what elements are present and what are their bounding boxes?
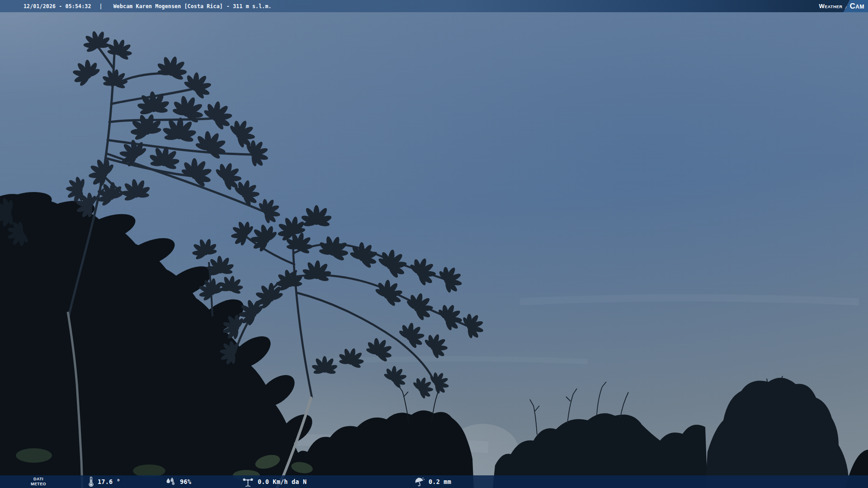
separator: |: [99, 3, 103, 9]
dati-line1: DATI: [24, 477, 53, 482]
weather-data-bar: DATI METEO 17.6 ° 96%: [0, 475, 868, 488]
top-info-bar: 12/01/2026 - 05:54:32 | Webcam Karen Mog…: [0, 0, 868, 12]
rain-value: 0.2 mm: [429, 478, 451, 485]
temperature-value: 17.6 °: [98, 478, 120, 485]
dati-line2: METEO: [24, 482, 53, 487]
webcam-title: Webcam Karen Mogensen [Costa Rica]: [113, 3, 223, 9]
wind-metric: 0.0 Km/h da N: [242, 475, 307, 488]
altitude: - 311 m s.l.m.: [226, 3, 272, 9]
thermometer-icon: [89, 477, 94, 487]
right-treeline: [493, 382, 708, 488]
humidity-metric: 96%: [165, 475, 191, 488]
wind-value: 0.0 Km/h da N: [258, 478, 307, 485]
humidity-icon: [165, 477, 176, 487]
timestamp: 12/01/2026 - 05:54:32: [24, 3, 91, 9]
rain-icon: [414, 477, 425, 487]
anemometer-icon: [242, 477, 254, 487]
temperature-metric: 17.6 °: [89, 475, 120, 488]
rain-metric: 0.2 mm: [414, 475, 451, 488]
logo-cam-box: Cam: [844, 0, 868, 12]
logo-weather-text: Weather: [819, 3, 842, 9]
weathercam-logo: Weather Cam: [819, 0, 868, 12]
landscape-silhouette: [0, 0, 868, 488]
humidity-value: 96%: [180, 478, 191, 485]
dati-meteo-label: DATI METEO: [24, 477, 53, 487]
tall-tree-right: [705, 376, 868, 488]
webcam-image: 12/01/2026 - 05:54:32 | Webcam Karen Mog…: [0, 0, 868, 488]
logo-cam-text: Cam: [850, 0, 864, 12]
